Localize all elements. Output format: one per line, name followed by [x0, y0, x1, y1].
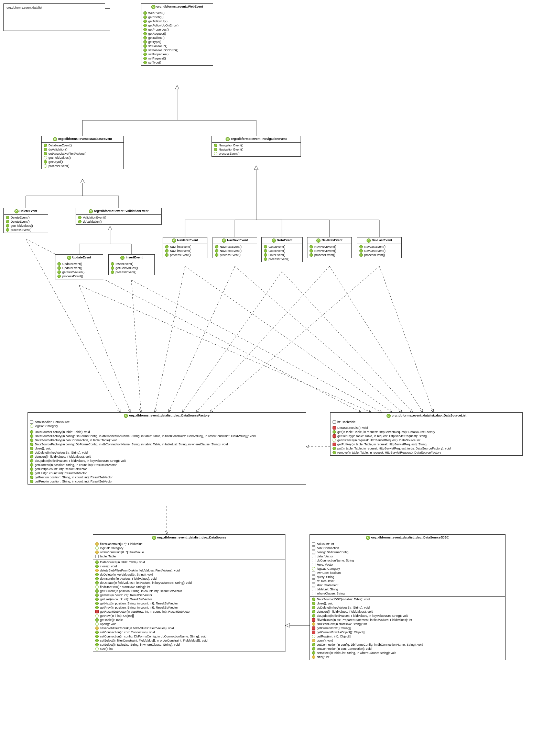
operation-row: DataSourceFactory(in con: Connection, in…	[28, 438, 306, 442]
class-header: Corg::dbforms::event::ValidationEvent	[76, 208, 161, 215]
visibility-icon	[143, 20, 147, 23]
operation-row: processEvent()	[55, 274, 103, 278]
operation-text: setConnection(in con: Connection): void	[317, 647, 372, 651]
class-header: CDeleteEvent	[4, 208, 48, 215]
class-title: NavNextEvent	[227, 238, 248, 242]
operation-row: close(): void	[28, 446, 306, 451]
operation-row: getFirst(in count: int): ResultSetVector	[28, 467, 306, 471]
visibility-icon	[312, 542, 315, 546]
attribute-row: con: Connection	[310, 546, 505, 550]
operation-row: InsertEvent()	[109, 262, 154, 266]
operation-row: doDelete(in keyValuesStr: String): void	[28, 451, 306, 455]
class-title: org::dbforms::event::datalist::dao::Data…	[157, 536, 227, 539]
operation-text: getCurrent(in position: String, in count…	[100, 589, 182, 593]
operation-row: NavigationEvent()	[212, 147, 301, 152]
visibility-icon	[312, 602, 315, 605]
visibility-icon	[6, 220, 9, 223]
visibility-icon	[312, 575, 315, 579]
visibility-icon	[312, 651, 315, 655]
class-NavigationEvent: Corg::dbforms::event::NavigationEventNav…	[211, 136, 301, 157]
operation-row: NavPrevEvent()	[307, 249, 351, 253]
operation-text: getCurrentRowAsObject(): Object[]	[317, 631, 365, 634]
operation-row: getFieldValues()	[55, 270, 103, 274]
class-icon: C	[226, 137, 230, 141]
visibility-icon	[143, 28, 147, 31]
visibility-icon	[359, 253, 363, 257]
visibility-icon	[312, 567, 315, 570]
visibility-icon	[359, 249, 363, 253]
visibility-icon	[44, 156, 47, 159]
attribute-text: tableList: String	[317, 588, 338, 591]
operation-row: setConnection(in con: Connection): void	[93, 630, 285, 634]
operation-text: getProperties()	[148, 28, 169, 31]
attribute-text: colCount: int	[317, 542, 334, 546]
visibility-icon	[312, 622, 315, 626]
class-header: CGotoEvent	[262, 237, 302, 244]
visibility-icon	[143, 36, 147, 40]
operation-text: ValidationEvent()	[83, 216, 106, 219]
operation-text: getKeyId()	[48, 160, 63, 164]
attribute-row: logCat: Category	[310, 567, 505, 571]
operation-row: getFollowUpOnError()	[141, 23, 213, 27]
operation-row: getRow(in i: int): Object[]	[93, 614, 285, 618]
visibility-icon	[333, 447, 336, 450]
operation-text: get(in table: Table, in request: HttpSer…	[337, 430, 435, 434]
visibility-icon	[95, 593, 99, 597]
operation-text: NavFirstEvent()	[170, 245, 192, 248]
operations-section: InsertEvent()getFieldValues()processEven…	[109, 261, 154, 275]
attribute-row: logCat: Category	[93, 546, 285, 550]
operation-row: getFirst(in count: int): ResultSetVector	[93, 593, 285, 597]
visibility-icon	[57, 275, 61, 278]
operation-text: processEvent()	[220, 253, 241, 257]
attribute-row: config: DbFormsConfig	[310, 550, 505, 554]
operation-text: getTable(): Table	[100, 618, 123, 622]
operation-row: getKeyId()	[42, 160, 123, 164]
visibility-icon	[30, 434, 33, 438]
operation-text: doInsert(in fieldValues: FieldValues): v…	[100, 577, 156, 580]
visibility-icon	[30, 476, 33, 479]
operation-row: DeleteEvent()	[4, 215, 48, 220]
operation-row: getTable(): Table	[93, 618, 285, 622]
operation-row: NavLastEvent()	[357, 245, 401, 249]
operations-section: DataSource(in table: Table): voidclose()…	[93, 559, 285, 652]
attribute-row: colCount: int	[310, 542, 505, 546]
operations-section: UpdateEvent()UpdateEvent()getFieldValues…	[55, 261, 103, 279]
visibility-icon	[312, 571, 315, 575]
class-WebEvent: Corg::dbforms::event::WebEventWebEvent()…	[141, 3, 213, 66]
class-DataSourceList: Corg::dbforms::event::datalist::dao::Dat…	[330, 412, 523, 456]
visibility-icon	[359, 245, 363, 248]
operation-row: getFieldValues()	[109, 266, 154, 270]
visibility-icon	[264, 245, 267, 248]
visibility-icon	[312, 610, 315, 613]
operation-row: processEvent()	[163, 253, 207, 257]
operations-section: DeleteEvent()DeleteEvent()getFieldValues…	[4, 215, 48, 233]
operation-text: doDelete(in keyValuesStr: String): void	[35, 451, 88, 454]
operation-text: close(): void	[100, 565, 117, 568]
operation-text: doValidation()	[83, 220, 102, 223]
visibility-icon	[30, 451, 33, 454]
visibility-icon	[309, 245, 313, 248]
visibility-icon	[95, 560, 99, 564]
operation-text: getPutKey(in table: Table, in request: H…	[337, 443, 426, 446]
visibility-icon	[30, 455, 33, 458]
operation-row: getConfig()	[141, 15, 213, 19]
class-DataSourceJDBC: Corg::dbforms::event::datalist::dao::Dat…	[309, 534, 506, 660]
operation-row: setSelect(in filterConstraint: FieldValu…	[93, 638, 285, 643]
operation-row: getRequest()	[141, 32, 213, 36]
attribute-text: con: Connection	[317, 546, 339, 550]
operation-text: getFollowUp()	[148, 20, 167, 23]
attribute-row: dbConnectionName: String	[310, 558, 505, 563]
class-header: Corg::dbforms::event::NavigationEvent	[212, 136, 301, 143]
visibility-icon	[30, 471, 33, 475]
operation-text: setFollowUpOnError()	[148, 48, 178, 52]
operations-section: ValidationEvent()doValidation()	[76, 215, 161, 224]
class-icon: C	[14, 209, 19, 213]
operation-row: GotoEvent()	[262, 253, 302, 257]
visibility-icon	[264, 257, 267, 261]
operation-text: getRequest()	[148, 32, 166, 35]
visibility-icon	[312, 643, 315, 646]
operation-row: getPutKey(in table: Table, in request: H…	[330, 442, 522, 446]
visibility-icon	[309, 253, 313, 257]
operation-row: getNext(in position: String, in count: i…	[93, 601, 285, 605]
attributes-section: ht: Hashtable	[330, 419, 522, 425]
